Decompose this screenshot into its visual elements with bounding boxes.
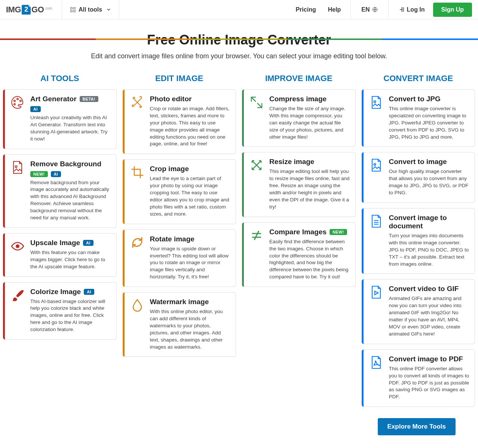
card-desc: This image editing tool will help you to… — [269, 168, 350, 210]
all-tools-label: All tools — [79, 6, 102, 13]
image-file-icon — [10, 160, 25, 175]
header-separator — [350, 0, 351, 19]
card-upscale-image[interactable]: Upscale Image AI With this feature you c… — [3, 233, 117, 277]
video-file-icon — [369, 285, 384, 300]
card-title: Compress image — [269, 95, 327, 103]
card-desc: Animated GIFs are amazing and now you ca… — [389, 295, 470, 337]
section-title-convert: CONVERT IMAGE — [360, 69, 477, 86]
svg-point-11 — [374, 101, 376, 103]
card-title: Compare Images — [269, 228, 327, 236]
design-tools-icon — [130, 95, 145, 110]
language-picker[interactable]: EN — [356, 6, 383, 13]
card-desc: Our high quality image converter that al… — [389, 168, 470, 197]
card-title: Photo editor — [150, 95, 192, 103]
crop-icon — [130, 165, 145, 180]
card-desc: With this feature you can make images bi… — [30, 249, 111, 271]
login-icon — [399, 7, 405, 12]
globe-icon — [372, 7, 378, 12]
card-compress-image[interactable]: Compress image Change the file size of a… — [242, 89, 356, 147]
card-crop-image[interactable]: Crop image Lead the eye to a certain par… — [123, 159, 236, 224]
eye-icon — [10, 239, 25, 254]
section-title-ai: AI TOOLS — [1, 69, 118, 86]
card-title: Convert video to GIF — [389, 285, 459, 293]
card-watermark-image[interactable]: Watermark image With this online photo e… — [123, 292, 236, 357]
explore-more-button[interactable]: Explore More Tools — [378, 418, 456, 435]
logo-text-com: .com — [45, 6, 52, 10]
card-rotate-image[interactable]: Rotate image Your image is upside down o… — [123, 229, 236, 287]
badge-new: NEW! — [30, 171, 48, 177]
col-edit: Photo editor Crop or rotate an image. Ad… — [121, 88, 238, 408]
card-resize-image[interactable]: Resize image This image editing tool wil… — [242, 152, 356, 217]
card-compare-images[interactable]: Compare Images NEW! Easily find the diff… — [242, 222, 356, 287]
svg-point-12 — [374, 164, 376, 166]
chevron-down-icon — [107, 7, 111, 12]
badge-ai: AI — [51, 171, 61, 177]
svg-rect-2 — [71, 10, 72, 12]
svg-point-9 — [15, 166, 17, 167]
card-title: Convert image to document — [389, 214, 470, 230]
accent-bar — [0, 38, 478, 40]
card-desc: This AI-based image colorizer will help … — [30, 298, 111, 333]
col-convert: Convert to JPG This online image convert… — [360, 88, 477, 408]
section-headers: AI TOOLS EDIT IMAGE IMPROVE IMAGE CONVER… — [0, 67, 478, 86]
card-desc: Turn your images into documents with thi… — [389, 232, 470, 268]
card-colorize-image[interactable]: Colorize Image AI This AI-based image co… — [3, 282, 117, 340]
card-desc: Remove background from your image accura… — [30, 179, 111, 222]
login-link[interactable]: Log In — [394, 6, 430, 13]
badge-ai: AI — [84, 289, 94, 295]
app-header: IMG 2 GO .com All tools Pricing Help EN … — [0, 0, 478, 19]
svg-rect-0 — [71, 7, 72, 9]
badge-ai: AI — [83, 240, 94, 246]
card-convert-to-pdf[interactable]: Convert image to PDF This online PDF con… — [362, 349, 475, 407]
col-improve: Compress image Change the file size of a… — [240, 88, 357, 408]
image-file-icon — [369, 158, 384, 173]
card-title: Rotate image — [150, 235, 194, 243]
brush-icon — [10, 288, 25, 303]
card-convert-to-jpg[interactable]: Convert to JPG This online image convert… — [362, 89, 475, 147]
card-title: Upscale Image — [30, 239, 80, 247]
svg-point-10 — [16, 244, 19, 248]
card-grid: Art Generator BETA! AI Unleash your crea… — [0, 86, 478, 408]
svg-rect-1 — [74, 7, 75, 9]
card-convert-to-document[interactable]: Convert image to document Turn your imag… — [362, 208, 475, 274]
svg-point-5 — [14, 100, 15, 102]
logo-text-go: GO — [31, 5, 44, 15]
page-subtitle: Edit and convert image files online from… — [7, 52, 471, 60]
language-code: EN — [361, 6, 370, 13]
card-desc: Change the file size of any image. With … — [269, 105, 350, 140]
svg-point-8 — [14, 103, 15, 105]
page-title: Free Online Image Converter — [7, 32, 471, 48]
all-tools-menu[interactable]: All tools — [62, 0, 119, 19]
card-photo-editor[interactable]: Photo editor Crop or rotate an image. Ad… — [123, 89, 236, 154]
more-tools-row: Explore More Tools — [0, 408, 478, 448]
badge-beta: BETA! — [80, 96, 98, 102]
card-art-generator[interactable]: Art Generator BETA! AI Unleash your crea… — [3, 89, 117, 149]
svg-point-7 — [20, 100, 21, 102]
pdf-file-icon — [369, 355, 384, 370]
header-separator-2 — [388, 0, 389, 19]
card-title: Crop image — [150, 165, 189, 173]
card-convert-to-image[interactable]: Convert to image Our high quality image … — [362, 152, 475, 203]
login-label: Log In — [407, 6, 425, 13]
document-file-icon — [369, 214, 384, 229]
rotate-icon — [130, 235, 145, 250]
help-link[interactable]: Help — [324, 6, 346, 13]
card-convert-video-to-gif[interactable]: Convert video to GIF Animated GIFs are a… — [362, 279, 475, 344]
badge-ai: AI — [30, 106, 41, 112]
card-desc: Lead the eye to a certain part of your p… — [150, 175, 231, 217]
section-title-edit: EDIT IMAGE — [121, 69, 238, 86]
col-ai: Art Generator BETA! AI Unleash your crea… — [1, 88, 118, 408]
svg-rect-3 — [74, 10, 75, 12]
card-title: Colorize Image — [30, 288, 81, 296]
card-title: Art Generator — [30, 95, 77, 103]
card-remove-background[interactable]: Remove Background NEW! AI Remove backgro… — [3, 154, 117, 228]
droplet-icon — [130, 298, 145, 313]
resize-icon — [249, 158, 264, 173]
card-desc: Crop or rotate an image. Add filters, te… — [150, 105, 231, 148]
card-title: Remove Background — [30, 160, 101, 168]
logo[interactable]: IMG 2 GO .com — [6, 5, 52, 15]
image-file-icon — [369, 95, 384, 110]
signup-button[interactable]: Sign Up — [433, 3, 472, 17]
card-title: Convert image to PDF — [389, 355, 463, 363]
pricing-link[interactable]: Pricing — [291, 6, 320, 13]
